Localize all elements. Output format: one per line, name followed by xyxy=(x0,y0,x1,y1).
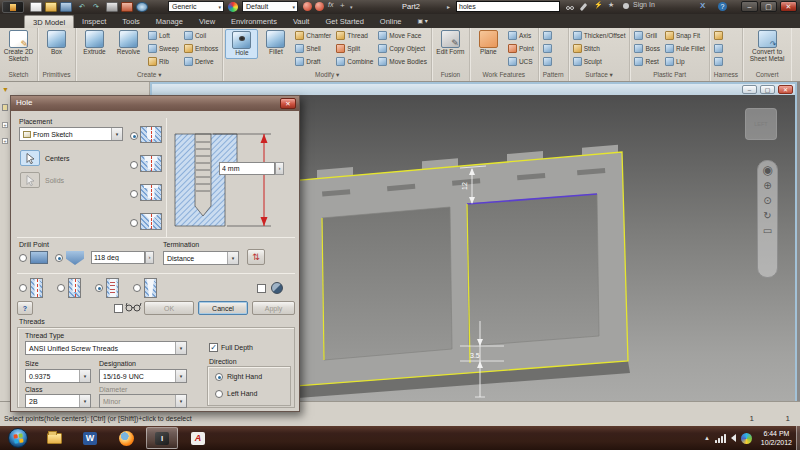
point-button[interactable]: Point xyxy=(506,42,536,55)
rectangular-pattern-button[interactable] xyxy=(541,29,554,42)
look-at-icon[interactable]: ▭ xyxy=(763,225,772,236)
left-hand-radio[interactable] xyxy=(215,390,223,398)
convert-to-sheet-metal-button[interactable]: Convert to Sheet Metal xyxy=(745,29,789,64)
axis-button[interactable]: Axis xyxy=(506,29,536,42)
show-desktop-button[interactable] xyxy=(796,426,800,450)
derive-button[interactable]: Derive xyxy=(182,55,220,68)
ucs-button[interactable]: UCS xyxy=(506,55,536,68)
exchange-apps-icon[interactable]: X xyxy=(700,1,705,10)
minimize-button[interactable]: – xyxy=(741,1,758,12)
countersink-hole-icon[interactable] xyxy=(140,213,162,230)
tab-overflow-icon[interactable]: ▣ ▾ xyxy=(410,15,436,28)
circular-pattern-button[interactable] xyxy=(541,42,554,55)
flip-direction-button[interactable]: ⇅ xyxy=(247,249,265,265)
taskbar-clock[interactable]: 6:44 PM 10/2/2012 xyxy=(761,429,792,447)
draft-button[interactable]: Draft xyxy=(293,55,333,68)
volume-icon[interactable] xyxy=(731,434,736,442)
open-icon[interactable] xyxy=(45,2,57,12)
doc-minimize-button[interactable]: – xyxy=(742,85,757,94)
key-icon[interactable] xyxy=(580,3,587,11)
harness-segment-button[interactable] xyxy=(712,42,725,55)
loft-button[interactable]: Loft xyxy=(146,29,181,42)
size-dropdown[interactable]: 0.9375 ▾ xyxy=(25,369,91,383)
rib-button[interactable]: Rib xyxy=(146,55,181,68)
depth-input[interactable] xyxy=(219,162,275,175)
thread-button[interactable]: Thread xyxy=(334,29,375,42)
chamfer-button[interactable]: Chamfer xyxy=(293,29,333,42)
help-icon[interactable]: ? xyxy=(718,2,727,11)
split-button[interactable]: Split xyxy=(334,42,375,55)
drill-angle-spinner[interactable]: › xyxy=(145,251,154,264)
pan-icon[interactable]: ⊕ xyxy=(763,180,771,191)
material-dropdown[interactable]: Generic ▾ xyxy=(168,1,224,12)
search-input[interactable]: holes xyxy=(456,1,560,12)
thicken-offset-button[interactable]: Thicken/Offset xyxy=(571,29,628,42)
viewcube[interactable]: LEFT xyxy=(745,108,777,140)
cancel-button[interactable]: Cancel xyxy=(198,301,248,315)
fx-parameters-icon[interactable]: fx xyxy=(328,1,333,8)
part-left-opening[interactable] xyxy=(322,207,452,360)
tree-expand-icon[interactable]: + xyxy=(2,138,8,144)
plane-button[interactable]: Plane xyxy=(472,29,505,57)
copy-object-button[interactable]: Copy Object xyxy=(376,42,429,55)
undo-icon[interactable]: ↶ xyxy=(76,2,88,12)
snap-fit-button[interactable]: Snap Fit xyxy=(663,29,707,42)
hole-type-counterbore-radio[interactable] xyxy=(130,161,138,169)
sign-in-link[interactable]: Sign In xyxy=(633,1,655,8)
depth-spinner[interactable]: › xyxy=(275,162,284,175)
designation-dropdown[interactable]: 15/16-9 UNC ▾ xyxy=(99,369,187,383)
imate-checkbox[interactable] xyxy=(257,284,266,293)
angle-point-icon[interactable] xyxy=(66,251,84,265)
dialog-help-button[interactable]: ? xyxy=(17,301,33,315)
taskbar-firefox-button[interactable] xyxy=(110,427,142,449)
zoom-icon[interactable]: ⊙ xyxy=(763,195,771,206)
taskbar-adobe-button[interactable]: A xyxy=(182,427,214,449)
grill-button[interactable]: Grill xyxy=(632,29,661,42)
revolve-button[interactable]: Revolve xyxy=(112,29,145,57)
appearance-dropdown[interactable]: Default ▾ xyxy=(242,1,298,12)
inventor-logo-icon[interactable] xyxy=(2,1,24,13)
rule-fillet-button[interactable]: Rule Fillet xyxy=(663,42,707,55)
sculpt-button[interactable]: Sculpt xyxy=(571,55,628,68)
iproperties-icon[interactable] xyxy=(136,2,148,12)
simple-hole-icon[interactable] xyxy=(30,278,43,298)
doc-restore-button[interactable]: ▢ xyxy=(760,85,775,94)
tab-vault[interactable]: Vault xyxy=(285,15,318,28)
hole-button[interactable]: Hole xyxy=(225,29,258,59)
tab-view[interactable]: View xyxy=(191,15,223,28)
appearance-sphere-icon[interactable] xyxy=(303,2,312,11)
class-dropdown[interactable]: 2B ▾ xyxy=(25,394,91,408)
apply-button[interactable]: Apply xyxy=(252,301,295,315)
save-icon[interactable] xyxy=(60,2,72,12)
taper-tapped-hole-icon[interactable] xyxy=(144,278,157,298)
mirror-button[interactable] xyxy=(541,55,554,68)
lightning-icon[interactable]: ⚡ xyxy=(594,1,603,9)
placement-dropdown[interactable]: From Sketch ▾ xyxy=(19,127,123,141)
maximize-button[interactable]: ▢ xyxy=(760,1,777,12)
search-caret-icon[interactable]: ▸ xyxy=(447,3,450,10)
color-wheel-icon[interactable] xyxy=(228,2,238,12)
shell-button[interactable]: Shell xyxy=(293,42,333,55)
fillet-button[interactable]: Fillet xyxy=(259,29,292,57)
tab-inspect[interactable]: Inspect xyxy=(74,15,114,28)
navigation-wheel-icon[interactable]: ◉ xyxy=(762,165,772,176)
redo-icon[interactable]: ↷ xyxy=(90,2,102,12)
right-hand-radio[interactable] xyxy=(215,373,223,381)
taskbar-inventor-button[interactable]: I xyxy=(146,427,178,449)
boss-button[interactable]: Boss xyxy=(632,42,661,55)
rest-button[interactable]: Rest xyxy=(632,55,661,68)
tab-3d-model[interactable]: 3D Model xyxy=(24,15,74,28)
print-icon[interactable] xyxy=(106,2,118,12)
tray-app-icon[interactable] xyxy=(741,433,752,444)
emboss-button[interactable]: Emboss xyxy=(182,42,220,55)
flat-point-radio[interactable] xyxy=(19,254,27,262)
taper-tapped-hole-radio[interactable] xyxy=(133,284,141,292)
solids-select-button[interactable] xyxy=(20,172,40,188)
create-2d-sketch-button[interactable]: Create 2D Sketch xyxy=(2,29,35,64)
hole-type-countersink-radio[interactable] xyxy=(130,219,138,227)
flat-point-icon[interactable] xyxy=(30,251,48,264)
diameter-dropdown[interactable]: Minor ▾ xyxy=(99,394,187,408)
orbit-icon[interactable]: ↻ xyxy=(763,210,771,221)
tapped-hole-icon[interactable] xyxy=(106,278,119,298)
taskbar-explorer-button[interactable] xyxy=(38,427,70,449)
